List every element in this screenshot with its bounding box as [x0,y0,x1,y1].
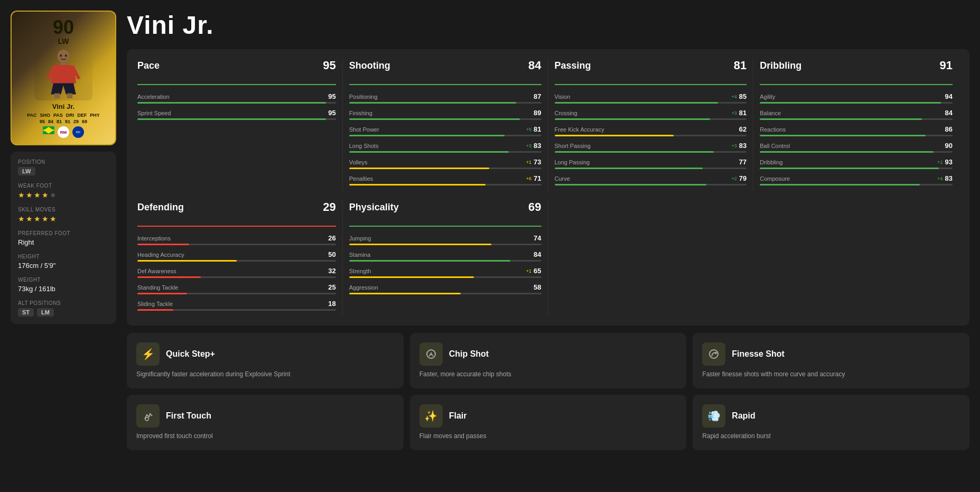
stat-name: Heading Accuracy [137,252,184,258]
sm-star-3: ★ [34,215,41,223]
stat-value-container: +3 83 [526,142,542,150]
stat-value: 90 [945,142,953,150]
shooting-divider [349,84,542,85]
player-card: 90 LW [11,11,116,145]
alt-positions-section: Alt Positions ST LM [18,300,109,317]
stat-value-container: +6 71 [526,174,542,182]
stat-bar [137,244,336,245]
shooting-name: Shooting [349,60,390,71]
stat-value-container: +1 65 [526,267,542,275]
stat-value: 81 [739,109,746,117]
defending-value: 29 [323,200,335,214]
dribbling-divider [760,84,953,85]
stat-value: 79 [739,174,746,182]
passing-divider [555,84,747,85]
defending-header: Defending 29 [137,200,336,218]
stat-bar-fill [760,118,921,120]
stat-bar [349,244,542,245]
physicality-stats: Jumping 74 Stamina [349,234,542,294]
svg-point-5 [65,54,67,57]
stat-name: Dribbling [760,159,782,165]
stat-value: 83 [739,142,746,150]
shooting-column: Shooting 84 Positioning 87 [343,59,548,191]
card-pac-value: 95 [40,119,45,124]
chip-shot-icon [419,342,443,366]
stat-row: Free Kick Accuracy 62 [555,125,747,136]
stat-name: Curve [555,175,570,182]
shooting-value: 84 [528,59,541,72]
stat-value-container: +4 83 [937,174,953,182]
player-image [34,48,92,100]
quick-step-name: Quick Step+ [166,349,215,359]
stat-name: Balance [760,110,781,116]
svg-point-4 [60,54,62,57]
stat-value: 62 [739,125,746,133]
stat-bar-fill [137,260,237,262]
stat-bar-fill [760,135,926,136]
stat-name: Short Passing [555,143,591,149]
rapid-description: Rapid acceleration burst [702,432,960,441]
stat-value: 84 [534,250,541,258]
pace-stats: Acceleration 95 Sprint Speed [137,92,336,120]
stat-name: Crossing [555,110,577,116]
rapid-name: Rapid [732,411,755,421]
stat-bar [760,184,953,185]
position-section: Position LW [18,159,109,175]
card-sho-value: 84 [48,119,53,124]
stat-bar-fill [555,135,674,136]
stat-bar [349,276,542,278]
stat-bar [349,102,542,104]
stat-row: Crossing +3 81 [555,109,747,120]
first-touch-name: First Touch [166,411,211,421]
weak-foot-stars: ★ ★ ★ ★ ★ [18,191,109,199]
stat-value-container: 94 [945,92,953,100]
defending-column: Defending 29 Interceptions 26 [137,200,343,316]
stat-value: 95 [328,92,335,100]
alt-positions-label: Alt Positions [18,300,109,306]
svg-point-0 [58,49,70,62]
brazil-flag [43,126,54,134]
flair-icon: ✨ [419,404,443,428]
finesse-shot-icon [702,342,725,366]
skill-moves-section: Skill Moves ★ ★ ★ ★ ★ [18,207,109,223]
playstyles-grid: ⚡ Quick Step+ Significantly faster accel… [127,333,969,450]
stat-row: Jumping 74 [349,234,542,245]
stat-value-container: 84 [534,250,541,258]
stat-row: Standing Tackle 25 [137,283,336,294]
stat-row: Finishing 89 [349,109,542,120]
stat-bar-fill [349,184,486,185]
skill-moves-label: Skill Moves [18,207,109,212]
passing-stats: Vision +4 85 Crossing +3 [555,92,747,185]
pace-column: Pace 95 Acceleration 95 [137,59,343,191]
stat-value-container: 95 [328,109,335,117]
stat-value-container: +1 73 [526,158,542,166]
stat-bar-fill [137,276,201,278]
stat-name: Long Shots [349,143,379,149]
stat-bar [137,102,336,104]
pace-header: Pace 95 [137,59,336,77]
stat-bar-fill [137,309,173,311]
stat-name: Volleys [349,159,368,165]
stat-value-container: 87 [534,92,541,100]
stat-bar [349,118,542,120]
stat-bar-fill [137,244,189,245]
pace-name: Pace [137,60,160,71]
stat-bar-fill [349,151,509,153]
svg-rect-2 [54,93,60,98]
card-pas-label: PAS [53,113,63,118]
svg-rect-3 [67,93,72,98]
card-flags: RM BR [18,126,109,138]
stat-value: 58 [534,283,541,291]
stat-value: 84 [945,109,953,117]
stat-bar [555,168,747,169]
stat-bar-fill [349,244,491,245]
stat-bar [760,135,953,136]
stat-value-container: 95 [328,92,335,100]
stat-row: Shot Power +5 81 [349,125,542,136]
card-pas-value: 81 [57,119,62,124]
stats-card: Pace 95 Acceleration 95 [127,49,969,326]
shooting-stats: Positioning 87 Finishing [349,92,542,185]
stat-name: Ball Control [760,143,790,149]
preferred-foot-value: Right [18,238,109,246]
alt-positions-badges: ST LM [18,308,109,317]
